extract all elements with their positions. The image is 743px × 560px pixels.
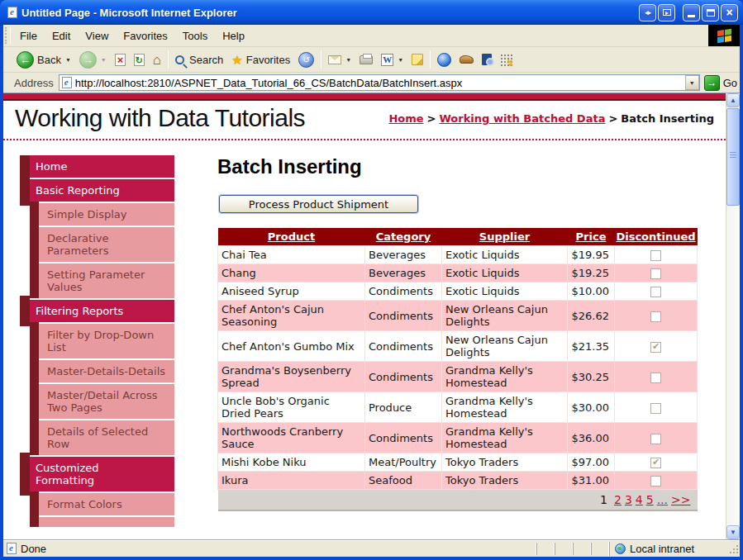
mail-icon — [328, 55, 341, 64]
nav-group-filtering-reports: Filtering Reports Filter by Drop-Down Li… — [20, 300, 174, 455]
refresh-button[interactable] — [130, 52, 149, 68]
forward-button[interactable]: → ▼ — [75, 50, 111, 70]
capture-button[interactable] — [496, 52, 517, 68]
sidebar-item-setting-parameter-values[interactable]: Setting Parameter Values — [39, 263, 174, 298]
scroll-down-button[interactable]: ▼ — [726, 525, 740, 539]
scroll-up-button[interactable]: ▲ — [726, 93, 740, 107]
cell-category: Condiments — [365, 423, 442, 453]
cell-supplier: Grandma Kelly's Homestead — [442, 392, 568, 423]
pager-page-3-link[interactable]: 3 — [625, 493, 632, 506]
sort-product-link[interactable]: Product — [268, 230, 315, 243]
discontinued-checkbox — [650, 476, 661, 486]
history-button[interactable]: ↺ — [294, 50, 318, 69]
cell-price: $97.00 — [568, 453, 615, 472]
note-icon — [412, 54, 423, 65]
discontinued-checkbox — [650, 458, 661, 468]
table-row: Grandma's Boysenberry Spread Condiments … — [218, 362, 698, 392]
menu-edit[interactable]: Edit — [45, 25, 78, 46]
edit-with-word-button[interactable]: W ▼ — [377, 52, 407, 68]
table-row: Chai Tea Beverages Exotic Liquids $19.95 — [218, 246, 698, 264]
go-button[interactable]: → Go — [704, 75, 737, 91]
table-row: Uncle Bob's Organic Dried Pears Produce … — [218, 392, 698, 423]
addon-button[interactable] — [455, 54, 478, 65]
favorites-label: Favorites — [246, 54, 290, 66]
sidebar-item-format-colors[interactable]: Format Colors — [39, 493, 174, 515]
address-bar: Address http://localhost:2810/ASPNET_Dat… — [3, 73, 740, 93]
word-icon: W — [381, 54, 393, 66]
sort-discontinued-link[interactable]: Discontinued — [616, 230, 695, 243]
mail-dropdown-icon[interactable]: ▼ — [345, 57, 351, 63]
menu-tools[interactable]: Tools — [175, 25, 215, 46]
discuss-button[interactable] — [407, 52, 427, 67]
process-product-shipment-button[interactable]: Process Product Shipment — [219, 195, 418, 213]
discontinued-checkbox — [650, 268, 661, 279]
address-url[interactable]: http://localhost:2810/ASPNET_Data_Tutori… — [75, 77, 685, 89]
address-input[interactable]: http://localhost:2810/ASPNET_Data_Tutori… — [59, 74, 700, 91]
pager-ellipsis-link[interactable]: ... — [657, 493, 668, 506]
window-arrow-icon — [663, 9, 671, 16]
discontinued-checkbox — [650, 250, 661, 261]
print-icon — [360, 55, 373, 64]
scrollbar-thumb[interactable] — [726, 108, 740, 206]
back-button[interactable]: ← Back ▼ — [12, 50, 75, 70]
pager-row: 12345...>> — [218, 490, 698, 511]
back-dropdown-icon[interactable]: ▼ — [65, 57, 71, 63]
pan-arrows-button[interactable]: ◂▸ — [639, 4, 656, 21]
sort-supplier-link[interactable]: Supplier — [479, 230, 530, 243]
pager-page-5-link[interactable]: 5 — [646, 493, 654, 506]
home-icon: ⌂ — [153, 53, 161, 67]
home-button[interactable]: ⌂ — [149, 51, 165, 69]
sidebar-item-filter-by-dropdown-list[interactable]: Filter by Drop-Down List — [39, 324, 174, 358]
sidebar-item-clipped[interactable] — [39, 517, 174, 527]
close-button[interactable]: × — [721, 4, 738, 21]
messenger-sphere-icon — [437, 53, 451, 67]
cell-category: Seafood — [365, 472, 442, 490]
breadcrumb-current: Batch Inserting — [621, 112, 714, 125]
messenger-button[interactable] — [433, 51, 455, 69]
breadcrumb-parent-link[interactable]: Working with Batched Data — [439, 112, 605, 125]
sidebar-item-details-of-selected-row[interactable]: Details of Selected Row — [39, 420, 174, 455]
stop-button[interactable] — [111, 52, 130, 68]
status-page-icon — [7, 543, 17, 554]
sidebar-item-declarative-parameters[interactable]: Declarative Parameters — [39, 227, 174, 262]
menu-help[interactable]: Help — [215, 25, 252, 46]
mail-button[interactable]: ▼ — [324, 54, 355, 66]
pager-page-4-link[interactable]: 4 — [636, 493, 643, 506]
window-switch-button[interactable] — [658, 4, 675, 21]
zone-label: Local intranet — [630, 543, 694, 555]
menu-file[interactable]: File — [12, 25, 45, 46]
print-button[interactable] — [355, 54, 377, 66]
address-dropdown-button[interactable]: ▼ — [685, 75, 699, 90]
menu-favorites[interactable]: Favorites — [116, 25, 174, 46]
sort-category-link[interactable]: Category — [376, 230, 431, 243]
resize-grip[interactable] — [728, 543, 739, 554]
sidebar-item-master-details-details[interactable]: Master-Details-Details — [39, 360, 174, 382]
sidebar-item-master-detail-two-pages[interactable]: Master/Detail Across Two Pages — [39, 384, 174, 419]
maximize-button[interactable] — [702, 4, 719, 21]
favorites-button[interactable]: ★ Favorites — [227, 52, 294, 68]
table-row: Mishi Kobe Niku Meat/Poultry Tokyo Trade… — [218, 453, 698, 472]
pager-page-2-link[interactable]: 2 — [614, 493, 622, 506]
menu-view[interactable]: View — [78, 25, 116, 46]
nav-group-basic-reporting: Basic Reporting Simple Display Declarati… — [20, 179, 174, 298]
research-button[interactable] — [478, 52, 496, 67]
minimize-button[interactable] — [683, 4, 700, 21]
cell-category: Produce — [365, 392, 442, 423]
cell-product: Chai Tea — [218, 246, 365, 264]
sidebar-item-customized-formatting[interactable]: Customized Formatting — [30, 457, 174, 491]
sidebar-item-home[interactable]: Home — [30, 155, 174, 178]
pager-next-link[interactable]: >> — [671, 493, 690, 506]
cell-price: $31.00 — [568, 472, 615, 490]
search-label: Search — [189, 54, 223, 66]
sidebar-item-filtering-reports[interactable]: Filtering Reports — [30, 300, 174, 322]
sidebar-item-basic-reporting[interactable]: Basic Reporting — [30, 179, 174, 202]
sort-price-link[interactable]: Price — [576, 230, 607, 243]
word-dropdown-icon[interactable]: ▼ — [398, 57, 403, 63]
search-button[interactable]: Search — [171, 52, 227, 68]
sidebar-nav: Home Basic Reporting Simple Display Decl… — [20, 155, 174, 539]
scrollbar-track[interactable] — [726, 206, 740, 525]
page-favicon — [62, 77, 72, 88]
breadcrumb-home-link[interactable]: Home — [388, 112, 423, 125]
sidebar-item-simple-display[interactable]: Simple Display — [39, 203, 174, 225]
toolbar-grip[interactable] — [5, 27, 11, 44]
